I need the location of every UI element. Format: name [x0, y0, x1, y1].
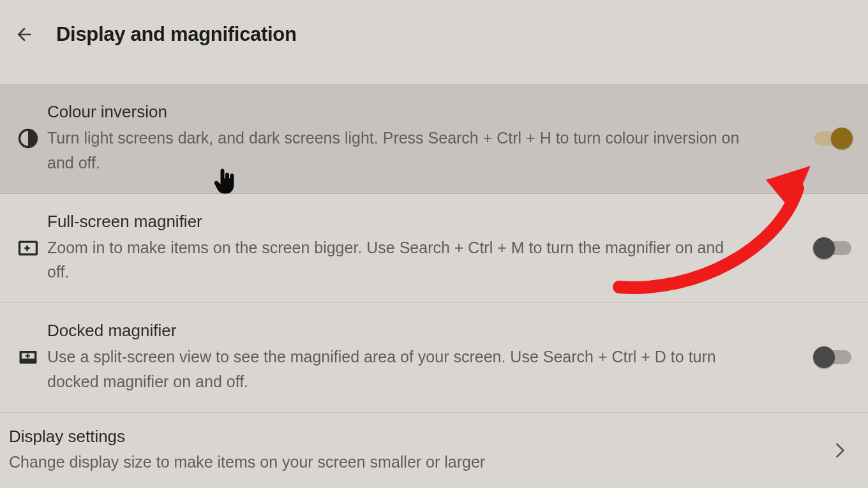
arrow-left-icon	[14, 24, 34, 45]
docked-magnifier-icon	[9, 346, 47, 368]
docked-magnifier-toggle[interactable]	[813, 346, 853, 368]
row-docked-magnifier[interactable]: Docked magnifier Use a split-screen view…	[0, 303, 868, 413]
row-title: Full-screen magnifier	[47, 212, 798, 232]
chevron-right-icon	[827, 443, 853, 458]
row-desc: Zoom in to make items on the screen bigg…	[47, 235, 749, 285]
colour-inversion-toggle[interactable]	[813, 128, 853, 149]
row-title: Docked magnifier	[47, 321, 798, 341]
row-title: Display settings	[9, 427, 827, 447]
row-text: Colour inversion Turn light screens dark…	[47, 102, 813, 175]
row-title: Colour inversion	[47, 102, 798, 122]
row-desc: Use a split-screen view to see the magni…	[47, 344, 749, 394]
row-text: Display settings Change display size to …	[9, 427, 827, 475]
row-desc: Turn light screens dark, and dark screen…	[47, 126, 749, 175]
row-desc: Change display size to make items on you…	[9, 450, 827, 475]
row-text: Full-screen magnifier Zoom in to make it…	[47, 212, 813, 285]
pointer-cursor-icon	[214, 166, 237, 196]
back-button[interactable]	[13, 23, 36, 46]
row-text: Docked magnifier Use a split-screen view…	[47, 321, 813, 394]
row-fullscreen-magnifier[interactable]: Full-screen magnifier Zoom in to make it…	[0, 194, 868, 304]
fullscreen-magnifier-toggle[interactable]	[813, 237, 853, 259]
invert-colors-icon	[9, 128, 47, 149]
page-title: Display and magnification	[56, 23, 297, 46]
fullscreen-magnifier-icon	[9, 237, 47, 259]
row-display-settings[interactable]: Display settings Change display size to …	[0, 413, 868, 475]
page-header: Display and magnification	[0, 0, 868, 84]
row-colour-inversion[interactable]: Colour inversion Turn light screens dark…	[0, 84, 868, 194]
